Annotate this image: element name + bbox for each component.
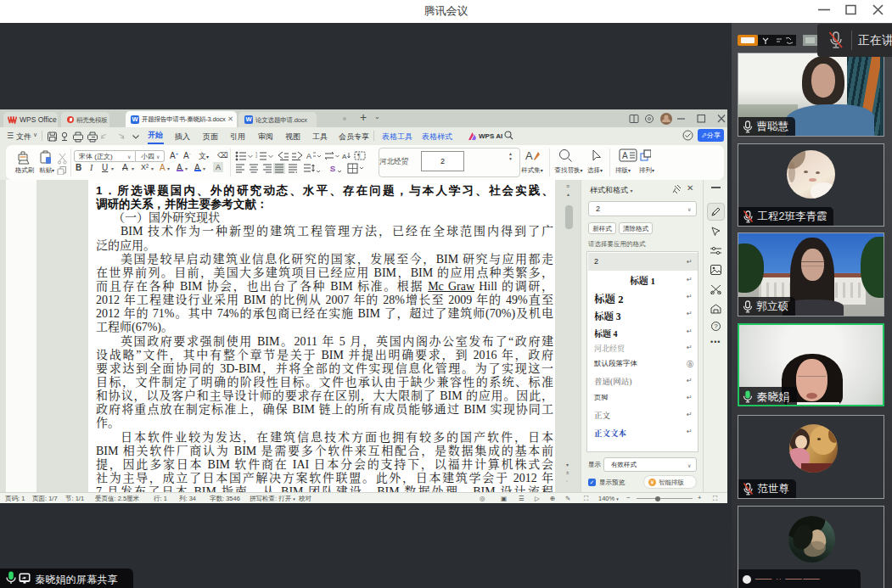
svg-text:A: A [525, 149, 533, 162]
svg-text:A: A [342, 153, 347, 160]
svg-text:S: S [330, 165, 335, 173]
svg-text:A: A [622, 151, 628, 160]
svg-text:A: A [306, 152, 311, 160]
svg-text:2: 2 [255, 154, 258, 159]
svg-text:¶: ¶ [357, 153, 361, 159]
